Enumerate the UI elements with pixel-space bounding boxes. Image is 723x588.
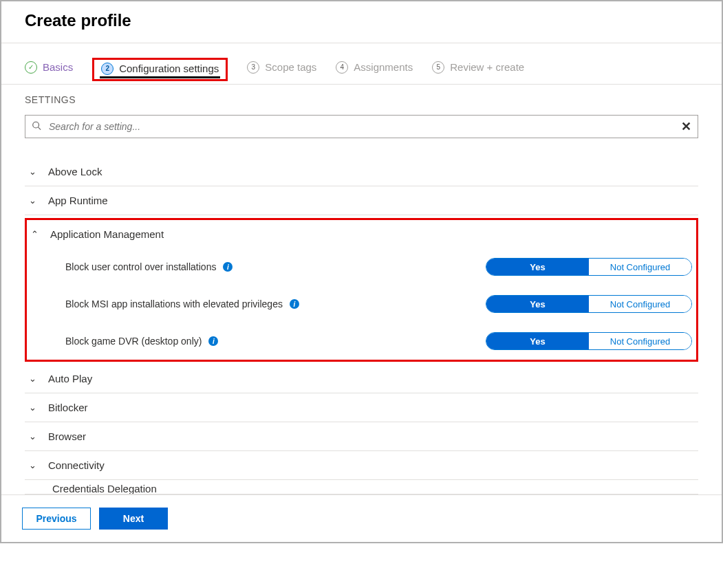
category-above-lock[interactable]: ⌄ Above Lock (25, 157, 698, 186)
chevron-down-icon: ⌄ (29, 373, 39, 384)
chevron-up-icon: ⌃ (31, 229, 41, 239)
setting-label: Block user control over installations (65, 261, 216, 274)
search-input[interactable] (25, 115, 698, 138)
page-title: Create profile (25, 11, 698, 30)
category-auto-play[interactable]: ⌄ Auto Play (25, 364, 698, 393)
category-label: App Runtime (48, 195, 108, 206)
step-number-icon: 4 (336, 61, 348, 74)
category-label: Browser (48, 431, 86, 442)
category-credentials-delegation[interactable]: Credentials Delegation (25, 480, 698, 494)
category-label: Application Management (50, 228, 164, 240)
step-number-icon: 3 (247, 61, 259, 74)
category-app-runtime[interactable]: ⌄ App Runtime (25, 186, 698, 215)
info-icon[interactable]: i (223, 262, 233, 272)
toggle-block-game-dvr[interactable]: Yes Not Configured (486, 332, 692, 350)
tab-label: Review + create (450, 61, 524, 73)
step-number-icon: 5 (432, 61, 444, 74)
chevron-down-icon: ⌄ (29, 166, 39, 177)
category-bitlocker[interactable]: ⌄ Bitlocker (25, 393, 698, 422)
info-icon[interactable]: i (290, 299, 299, 309)
category-label: Connectivity (48, 459, 105, 471)
chevron-down-icon: ⌄ (29, 431, 39, 442)
category-application-management-group: ⌃ Application Management Block user cont… (25, 218, 698, 362)
tab-configuration-settings[interactable]: 2 Configuration settings (92, 58, 228, 81)
tab-label: Assignments (354, 61, 413, 73)
setting-block-game-dvr: Block game DVR (desktop only) i Yes Not … (27, 323, 696, 360)
category-label: Auto Play (48, 373, 92, 384)
category-application-management[interactable]: ⌃ Application Management (27, 220, 696, 248)
toggle-not-configured[interactable]: Not Configured (589, 333, 691, 349)
category-label: Above Lock (48, 166, 102, 177)
clear-search-icon[interactable]: ✕ (681, 119, 691, 134)
category-browser[interactable]: ⌄ Browser (25, 422, 698, 451)
svg-point-0 (33, 122, 39, 128)
setting-label: Block game DVR (desktop only) (65, 335, 202, 348)
next-button[interactable]: Next (99, 508, 168, 530)
svg-line-1 (39, 127, 41, 130)
section-heading-settings: SETTINGS (1, 85, 722, 115)
tab-label: Scope tags (265, 61, 316, 73)
chevron-down-icon: ⌄ (29, 460, 39, 470)
wizard-tabs: ✓ Basics 2 Configuration settings 3 Scop… (1, 43, 722, 85)
setting-label: Block MSI app installations with elevate… (65, 298, 283, 311)
setting-block-msi-elevated: Block MSI app installations with elevate… (27, 285, 696, 323)
toggle-not-configured[interactable]: Not Configured (589, 296, 691, 312)
chevron-down-icon: ⌄ (29, 195, 39, 206)
toggle-not-configured[interactable]: Not Configured (589, 259, 691, 275)
step-number-icon: 2 (101, 63, 114, 75)
toggle-yes[interactable]: Yes (486, 296, 589, 312)
info-icon[interactable]: i (208, 336, 218, 346)
tab-assignments[interactable]: 4 Assignments (336, 61, 413, 82)
toggle-yes[interactable]: Yes (486, 259, 589, 275)
category-label: Bitlocker (48, 402, 88, 413)
tab-basics[interactable]: ✓ Basics (25, 61, 73, 82)
category-connectivity[interactable]: ⌄ Connectivity (25, 451, 698, 480)
chevron-down-icon: ⌄ (29, 402, 39, 413)
tab-review-create[interactable]: 5 Review + create (432, 61, 524, 82)
setting-block-user-control-installations: Block user control over installations i … (27, 248, 696, 285)
tab-scope-tags[interactable]: 3 Scope tags (247, 61, 316, 82)
search-icon (32, 121, 41, 133)
tab-label: Basics (43, 61, 73, 73)
toggle-block-msi-elevated[interactable]: Yes Not Configured (486, 295, 692, 313)
toggle-yes[interactable]: Yes (486, 333, 589, 349)
toggle-block-user-control[interactable]: Yes Not Configured (486, 258, 692, 276)
check-icon: ✓ (25, 61, 37, 74)
tab-label: Configuration settings (119, 63, 219, 74)
previous-button[interactable]: Previous (22, 508, 91, 530)
